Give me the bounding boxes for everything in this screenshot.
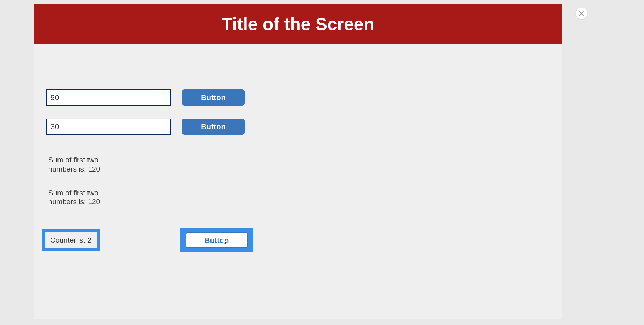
close-icon: [579, 11, 584, 16]
action-button-2[interactable]: Button: [182, 119, 245, 135]
highlighted-button-wrapper: Button: [180, 228, 253, 252]
counter-button[interactable]: Button: [186, 232, 248, 248]
header-bar: Title of the Screen: [34, 4, 562, 44]
number-input-2[interactable]: [46, 119, 171, 135]
sum-label-2: Sum of first two numbers is: 120: [48, 188, 110, 207]
counter-display: Counter is: 2: [42, 229, 100, 251]
action-button-1[interactable]: Button: [182, 89, 245, 106]
input-row-2: Button: [46, 119, 550, 135]
input-row-1: Button: [46, 89, 550, 106]
bottom-row: Counter is: 2 Button: [46, 228, 550, 252]
number-input-1[interactable]: [46, 89, 171, 106]
page-title: Title of the Screen: [222, 14, 375, 35]
modal-panel: Title of the Screen Button Button Sum of…: [34, 4, 562, 319]
sum-label-1: Sum of first two numbers is: 120: [48, 155, 110, 174]
close-button[interactable]: [576, 8, 587, 19]
content-area: Button Button Sum of first two numbers i…: [34, 89, 562, 252]
